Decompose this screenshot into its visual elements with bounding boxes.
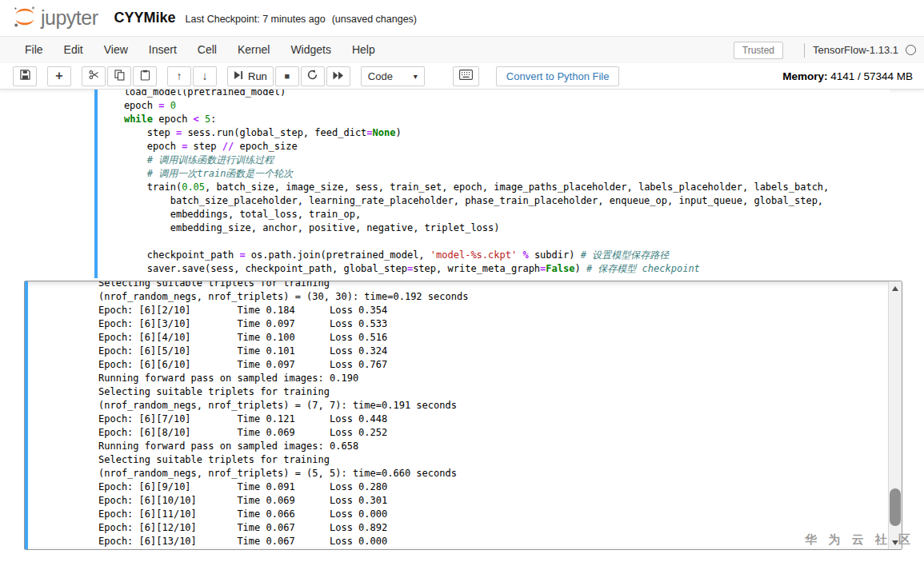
stop-icon: ■	[285, 72, 290, 81]
output-line: Epoch: [6][9/10] Time 0.091 Loss 0.280	[98, 480, 888, 494]
output-line: Epoch: [6][10/10] Time 0.069 Loss 0.301	[98, 494, 888, 508]
cell-output-scroll[interactable]: Selecting suitable triplets for training…	[24, 281, 902, 550]
jupyter-logo-icon	[13, 5, 37, 32]
trusted-badge[interactable]: Trusted	[734, 42, 783, 59]
menu-items: FileEditViewInsertCellKernelWidgetsHelp	[14, 37, 386, 63]
output-line: (nrof_random_negs, nrof_triplets) = (7, …	[98, 399, 888, 413]
move-up-icon: ↑	[177, 70, 182, 82]
code-line: load_model(pretrained_model)	[101, 90, 890, 99]
menu-help[interactable]: Help	[342, 37, 386, 63]
scrollbar-up-button[interactable]	[889, 281, 902, 295]
code-line: embedding_size, anchor, positive, negati…	[101, 221, 890, 235]
keyboard-shortcuts-button[interactable]	[453, 66, 479, 86]
output-line: Epoch: [6][3/10] Time 0.097 Loss 0.533	[98, 317, 888, 331]
code-line: train(0.05, batch_size, image_size, sess…	[101, 181, 890, 194]
code-line: while epoch < 5:	[101, 113, 890, 126]
menu-widgets[interactable]: Widgets	[280, 37, 342, 63]
cut-icon	[89, 70, 99, 82]
output-line: Epoch: [6][4/10] Time 0.100 Loss 0.516	[98, 331, 888, 345]
output-line: Epoch: [6][2/10] Time 0.184 Loss 0.354	[98, 304, 888, 317]
code-line: embeddings, total_loss, train_op,	[101, 208, 890, 221]
scroll-up-arrow-icon	[892, 286, 898, 291]
output-line: Selecting suitable triplets for training	[98, 453, 888, 467]
scrollbar-thumb[interactable]	[890, 488, 901, 526]
output-line: Running forward pass on sampled images: …	[98, 372, 888, 385]
output-line: Epoch: [6][7/10] Time 0.121 Loss 0.448	[98, 413, 888, 426]
code-line: saver.save(sess, checkpoint_path, global…	[101, 262, 890, 276]
code-cell-input[interactable]: load_model(pretrained_model) epoch = 0 w…	[94, 90, 890, 278]
paste-button[interactable]	[133, 66, 157, 86]
code-line: # 调用一次train函数是一个轮次	[101, 167, 890, 181]
convert-to-python-button[interactable]: Convert to Python File	[496, 66, 620, 86]
keyboard-icon	[459, 70, 473, 82]
jupyter-logo[interactable]: jupyter	[13, 5, 98, 32]
output-clip: Selecting suitable triplets for training…	[28, 281, 888, 549]
copy-icon	[114, 70, 125, 83]
kernel-name: TensorFlow-1.13.1	[813, 44, 898, 56]
code-editor-text: load_model(pretrained_model) epoch = 0 w…	[98, 90, 890, 276]
code-line: checkpoint_path = os.path.join(pretraine…	[101, 249, 890, 262]
chevron-down-icon: ▾	[414, 72, 418, 81]
output-line: Epoch: [6][6/10] Time 0.097 Loss 0.767	[98, 358, 888, 372]
cut-button[interactable]	[82, 66, 106, 86]
fast-forward-icon	[333, 70, 344, 82]
notebook-toolbar: + ↑ ↓ Run	[0, 63, 924, 90]
code-line: batch_size_placeholder, learning_rate_pl…	[101, 194, 890, 208]
menu-view[interactable]: View	[94, 37, 138, 63]
run-button-label: Run	[248, 70, 267, 82]
output-scrollbar[interactable]	[888, 281, 902, 549]
kernel-idle-circle-icon	[906, 45, 916, 55]
move-up-button[interactable]: ↑	[167, 66, 191, 86]
memory-label: Memory:	[782, 70, 827, 82]
cell-type-dropdown[interactable]: Code ▾	[361, 66, 425, 86]
code-line: epoch = step // epoch_size	[101, 140, 890, 153]
code-line: epoch = 0	[101, 99, 890, 113]
code-line	[101, 235, 890, 249]
save-icon	[20, 70, 30, 82]
jupyter-logo-text: jupyter	[41, 8, 98, 28]
run-button[interactable]: Run	[227, 66, 274, 86]
app-header: jupyter CYYMike Last Checkpoint: 7 minut…	[0, 0, 924, 37]
move-down-button[interactable]: ↓	[193, 66, 217, 86]
paste-icon	[140, 70, 150, 83]
code-line: # 调用训练函数进行训练过程	[101, 153, 890, 167]
fast-forward-button[interactable]	[326, 66, 350, 86]
add-cell-button[interactable]: +	[47, 66, 71, 86]
memory-value: 4141 / 57344 MB	[830, 70, 913, 82]
kernel-separator	[804, 43, 805, 58]
menubar: FileEditViewInsertCellKernelWidgetsHelp …	[0, 37, 924, 63]
checkpoint-status: Last Checkpoint: 7 minutes ago	[186, 14, 326, 25]
restart-kernel-icon	[307, 70, 318, 82]
move-down-icon: ↓	[202, 70, 208, 82]
menu-edit[interactable]: Edit	[54, 37, 94, 63]
cell-type-value: Code	[368, 70, 393, 82]
stop-button[interactable]: ■	[275, 66, 299, 86]
menu-insert[interactable]: Insert	[138, 37, 187, 63]
output-text: Selecting suitable triplets for training…	[28, 281, 888, 548]
output-line: Epoch: [6][8/10] Time 0.069 Loss 0.252	[98, 426, 888, 440]
menu-cell[interactable]: Cell	[187, 37, 227, 63]
output-line: Epoch: [6][12/10] Time 0.067 Loss 0.892	[98, 521, 888, 535]
menu-file[interactable]: File	[14, 37, 54, 63]
output-line: (nrof_random_negs, nrof_triplets) = (30,…	[98, 290, 888, 304]
copy-button[interactable]	[107, 66, 131, 86]
output-line: Epoch: [6][13/10] Time 0.067 Loss 0.000	[98, 535, 888, 548]
output-line: Selecting suitable triplets for training	[98, 385, 888, 399]
run-icon	[234, 70, 243, 82]
output-line: Running forward pass on sampled images: …	[98, 440, 888, 453]
notebook-title[interactable]: CYYMike	[114, 10, 176, 26]
watermark: 华 为 云 社 区	[805, 532, 914, 548]
output-line: Epoch: [6][11/10] Time 0.066 Loss 0.000	[98, 508, 888, 521]
menu-kernel[interactable]: Kernel	[227, 37, 280, 63]
unsaved-changes-label: (unsaved changes)	[332, 14, 417, 25]
output-line: (nrof_random_negs, nrof_triplets) = (5, …	[98, 467, 888, 480]
memory-indicator: Memory: 4141 / 57344 MB	[782, 70, 913, 82]
output-line: Selecting suitable triplets for training	[98, 281, 888, 290]
code-line: step = sess.run(global_step, feed_dict=N…	[101, 126, 890, 140]
add-cell-icon: +	[55, 70, 62, 82]
output-line: Epoch: [6][5/10] Time 0.101 Loss 0.324	[98, 345, 888, 358]
save-button[interactable]	[13, 66, 37, 86]
restart-kernel-button[interactable]	[301, 66, 325, 86]
